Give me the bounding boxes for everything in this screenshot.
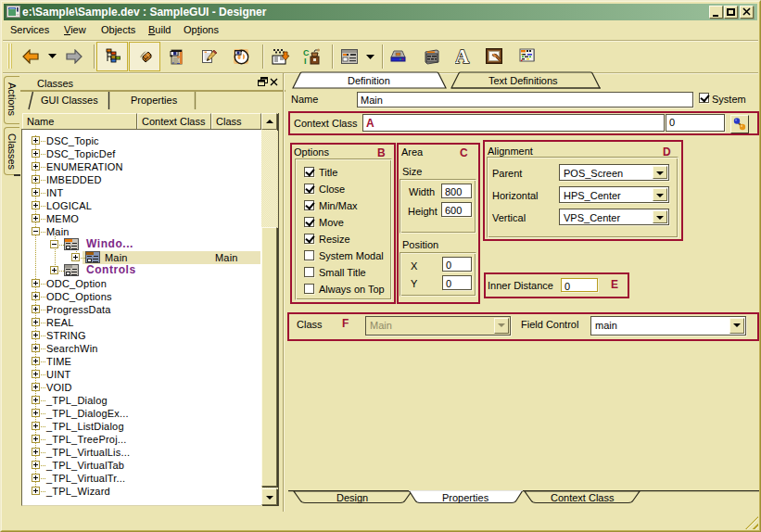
svg-text:A: A xyxy=(455,47,470,65)
svg-text:I: I xyxy=(304,57,307,65)
